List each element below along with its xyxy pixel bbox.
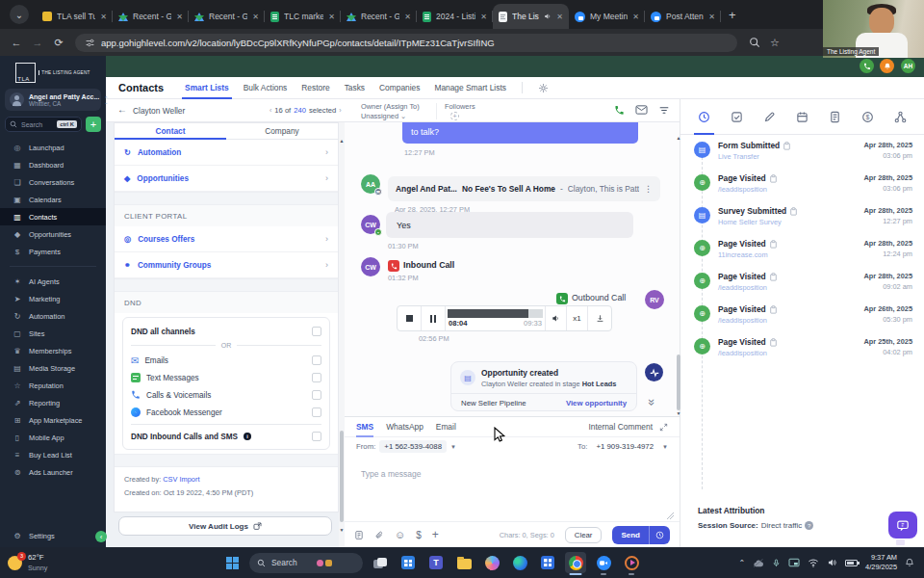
- sidebar-item-contacts[interactable]: ▥ Contacts: [0, 208, 106, 225]
- copy-icon[interactable]: [770, 174, 777, 183]
- activity-subtitle[interactable]: /leaddisposition: [718, 283, 777, 292]
- tab-close-icon[interactable]: ✕: [556, 13, 563, 21]
- payments-icon[interactable]: $: [861, 99, 874, 135]
- back-arrow[interactable]: ←: [117, 104, 127, 115]
- battery-icon[interactable]: [845, 560, 858, 566]
- teams-icon[interactable]: T: [425, 552, 447, 573]
- kebab-menu-icon[interactable]: ⋮: [644, 184, 653, 194]
- sidebar-item-payments[interactable]: $ Payments: [0, 243, 106, 260]
- reload-button[interactable]: ⟳: [50, 37, 67, 49]
- tab-manage-smart-lists[interactable]: Manage Smart Lists: [434, 77, 505, 99]
- appointments-icon[interactable]: [796, 99, 808, 135]
- taskbar-search[interactable]: Search: [249, 553, 363, 573]
- internal-comment-toggle[interactable]: Internal Comment: [588, 422, 653, 432]
- zoom-app-icon[interactable]: [593, 552, 614, 573]
- dnd-channel-checkbox[interactable]: [312, 355, 321, 365]
- activity-item[interactable]: ▤ Form Submitted Live Transfer Apr 28th,…: [680, 138, 924, 171]
- download-recording-icon[interactable]: [588, 306, 611, 330]
- notifications-bell-icon[interactable]: [880, 59, 894, 73]
- tab-bulk-actions[interactable]: Bulk Actions: [244, 77, 288, 99]
- to-number-select[interactable]: +1 909-319-4972: [591, 440, 658, 453]
- start-button[interactable]: [221, 552, 243, 573]
- browser-tab[interactable]: The Lis ✕: [493, 4, 569, 29]
- media-player-icon[interactable]: [621, 552, 642, 573]
- conversation-scrollbar[interactable]: ▲ ▼: [676, 125, 681, 416]
- browser-tab[interactable]: My Meetin ✕: [569, 4, 645, 29]
- tab-companies[interactable]: Companies: [379, 77, 420, 99]
- new-tab-button[interactable]: +: [729, 8, 736, 22]
- copy-icon[interactable]: [770, 305, 777, 314]
- sidebar-item-reputation[interactable]: ☆ Reputation: [0, 377, 106, 394]
- next-contact-icon[interactable]: ›: [339, 107, 341, 114]
- tab-close-icon[interactable]: ✕: [708, 13, 715, 21]
- activity-item[interactable]: ⊕ Page Visited /leaddisposition Apr 28th…: [680, 269, 924, 302]
- browser-tab[interactable]: Recent - G ✕: [341, 4, 417, 29]
- sidebar-item-memberships[interactable]: ♛ Memberships: [0, 342, 106, 359]
- dnd-inbound-checkbox[interactable]: [312, 432, 321, 441]
- view-opportunity-link[interactable]: View opportunity: [566, 399, 627, 407]
- sidebar-item-automation[interactable]: ↻ Automation: [0, 307, 106, 325]
- sidebar-item-mobile-app[interactable]: ▯ Mobile App: [0, 429, 106, 446]
- add-follower-button[interactable]: +: [450, 112, 459, 120]
- browser-tab[interactable]: Post Atten ✕: [645, 4, 721, 29]
- scroll-up-icon[interactable]: ▲: [676, 135, 681, 141]
- activity-item[interactable]: ⊕ Page Visited /leaddisposition Apr 28th…: [680, 171, 924, 203]
- wifi-icon[interactable]: [808, 558, 819, 567]
- tab-audio-icon[interactable]: [544, 13, 552, 20]
- sidebar-item-reporting[interactable]: ⇗ Reporting: [0, 394, 106, 411]
- sidebar-item-buy-lead-list[interactable]: ≡ Buy Lead List: [0, 446, 106, 463]
- user-avatar[interactable]: AH: [901, 59, 915, 73]
- chat-widget-button[interactable]: [888, 512, 917, 539]
- copy-icon[interactable]: [770, 240, 777, 249]
- sidebar-item-conversations[interactable]: ❏ Conversations: [0, 173, 106, 191]
- dnd-channel-checkbox[interactable]: [312, 407, 321, 417]
- apps-grid-icon[interactable]: [537, 552, 558, 573]
- dnd-channel-checkbox[interactable]: [312, 373, 321, 382]
- stop-button[interactable]: [398, 306, 422, 330]
- email-contact-icon[interactable]: [635, 104, 648, 116]
- emoji-icon[interactable]: ☺: [395, 529, 405, 540]
- tab-smart-lists[interactable]: Smart Lists: [185, 77, 229, 99]
- sidebar-search-input[interactable]: Search ctrl K: [5, 117, 82, 132]
- sidebar-item-dashboard[interactable]: ▦ Dashboard: [0, 156, 106, 173]
- activity-subtitle[interactable]: Home Seller Survey: [718, 218, 797, 226]
- onedrive-icon[interactable]: [753, 559, 764, 567]
- browser-tab[interactable]: 2024 - Listi ✕: [417, 4, 493, 29]
- sidebar-item-sites[interactable]: ▢ Sites: [0, 325, 106, 342]
- sidebar-item-marketing[interactable]: ➤ Marketing: [0, 290, 106, 307]
- add-element-icon[interactable]: +: [432, 528, 439, 541]
- copy-icon[interactable]: [770, 338, 777, 347]
- call-contact-icon[interactable]: [614, 105, 625, 116]
- clear-button[interactable]: Clear: [565, 527, 603, 543]
- schedule-send-icon[interactable]: [650, 531, 670, 539]
- activity-subtitle[interactable]: 11increase.com: [718, 250, 777, 259]
- sidebar-item-settings[interactable]: ⚙ Settings: [0, 527, 106, 544]
- notes-icon[interactable]: [763, 99, 776, 135]
- message-input[interactable]: Type a message: [345, 456, 680, 521]
- contacts-settings-gear-icon[interactable]: [538, 83, 549, 93]
- panel-link-opportunities[interactable]: ◆ Opportunities›: [115, 166, 338, 192]
- tab-tasks[interactable]: Tasks: [345, 77, 365, 99]
- composer-tab-email[interactable]: Email: [436, 417, 456, 437]
- sidebar-item-app-marketplace[interactable]: ⊞ App Marketplace: [0, 411, 106, 429]
- sidebar-collapse-button[interactable]: ‹: [95, 531, 107, 542]
- contact-panel-tab-company[interactable]: Company: [226, 123, 338, 139]
- tab-close-icon[interactable]: ✕: [328, 13, 335, 21]
- browser-tab[interactable]: TLC marke ✕: [265, 4, 341, 29]
- prev-contact-icon[interactable]: ‹: [270, 107, 271, 114]
- browser-tab[interactable]: Recent - G ✕: [189, 4, 265, 29]
- view-audit-logs-button[interactable]: View Audit Logs: [118, 516, 332, 536]
- panel-link-community-groups[interactable]: ⚭ Community Groups›: [115, 252, 338, 278]
- chevron-down-icon[interactable]: ▼: [662, 444, 668, 450]
- page-zoom-icon[interactable]: [749, 37, 760, 48]
- copy-icon[interactable]: [770, 273, 777, 281]
- chrome-icon[interactable]: [565, 552, 586, 573]
- send-button[interactable]: Send: [612, 526, 670, 544]
- dnd-all-checkbox[interactable]: [312, 327, 321, 336]
- dialer-phone-icon[interactable]: [860, 59, 874, 73]
- created-by-link[interactable]: CSV Import: [163, 475, 199, 484]
- activity-subtitle[interactable]: /leaddisposition: [718, 316, 777, 325]
- tab-close-icon[interactable]: ✕: [100, 13, 107, 21]
- copilot-icon[interactable]: [481, 552, 502, 573]
- outgoing-message-bubble[interactable]: to talk?: [402, 122, 638, 144]
